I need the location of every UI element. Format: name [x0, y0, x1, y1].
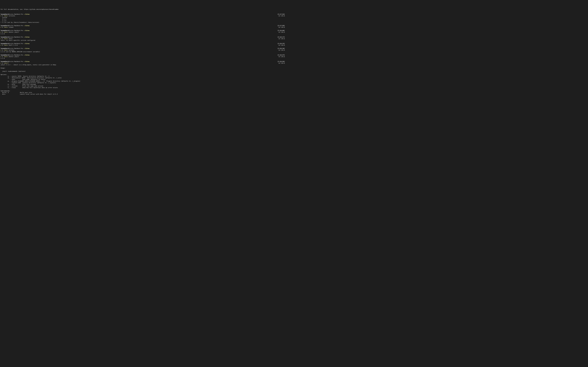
command-output: system 2.1.1 2.1.5 * 2.2.0 (set by /User…	[1, 17, 285, 23]
prompt-user: lozandier	[1, 30, 8, 31]
ruby-badge-icon	[279, 27, 280, 28]
prompt-timestamp: [3:18:17]	[277, 36, 285, 38]
prompt-timestamp: [3:18:59]	[277, 61, 285, 62]
prompt-host: Kevins-MacBook-Pro	[9, 48, 24, 49]
ruby-badge-icon	[279, 16, 280, 17]
prompt-arrow: >	[1, 56, 2, 58]
prompt-arrow: >	[1, 26, 2, 28]
prompt-left: lozandier@Kevins-MacBook-Pro ~/Sites	[1, 61, 277, 62]
command-left: > $ rbenv version	[1, 49, 279, 51]
ruby-badge-icon	[279, 32, 280, 33]
command-left: > $ rbenv rehash	[1, 26, 279, 28]
prompt-dollar: $	[2, 49, 4, 51]
command-name: jekyll	[4, 62, 9, 64]
prompt-path: ~/Sites	[24, 36, 30, 38]
blank-line	[1, 12, 285, 13]
command-left: > $ rbenv shell 2.2.0	[1, 44, 279, 46]
prompt-host: Kevins-MacBook-Pro	[9, 13, 24, 15]
command-left: > $ rbenv whence jekyll	[1, 56, 279, 58]
ruby-badge-icon	[279, 56, 280, 57]
ruby-version-text: 2.0.1	[280, 15, 285, 17]
command-args: version	[8, 49, 14, 51]
command-line[interactable]: > $ jekyll 2.0.1	[1, 62, 285, 64]
ruby-version-indicator: 2.0.1	[279, 62, 285, 64]
command-line[interactable]: > $ rbenv whence jekyll 2.0.1	[1, 31, 285, 33]
command-output: jekyll 2.5.3 -- Jekyll is a blog-aware, …	[1, 64, 285, 95]
command-output: 2.2.0 (set by RBENV_VERSION environment …	[1, 51, 285, 53]
blank-line	[1, 28, 285, 30]
prompt-path: ~/Sites	[24, 30, 30, 31]
prompt-dollar: $	[2, 38, 4, 40]
prompt-timestamp: [3:18:08]	[277, 30, 285, 31]
command-args: whence jekyll	[8, 31, 19, 33]
prompt-timestamp: [3:18:36]	[277, 48, 285, 49]
prompt-line: lozandier@Kevins-MacBook-Pro ~/Sites[3:1…	[1, 36, 285, 38]
prompt-line: lozandier@Kevins-MacBook-Pro ~/Sites[3:1…	[1, 25, 285, 26]
command-left: > $ jekyll	[1, 62, 279, 64]
prompt-user: lozandier	[1, 25, 8, 26]
prompt-user: lozandier	[1, 13, 8, 15]
prompt-user: lozandier	[1, 43, 8, 44]
prompt-left: lozandier@Kevins-MacBook-Pro ~/Sites	[1, 43, 277, 44]
prompt-line: lozandier@Kevins-MacBook-Pro ~/Sites[3:1…	[1, 54, 285, 56]
prompt-dollar: $	[2, 15, 4, 17]
prompt-timestamp: [3:18:25]	[277, 43, 285, 44]
prompt-line: lozandier@Kevins-MacBook-Pro ~/Sites[3:1…	[1, 61, 285, 62]
prompt-line: lozandier@Kevins-MacBook-Pro ~/Sites[3:1…	[1, 30, 285, 31]
command-line[interactable]: > $ rbenv rehash 2.0.1	[1, 26, 285, 28]
ruby-version-indicator: 2.0.1	[279, 38, 285, 40]
command-output: 2.2.0	[1, 58, 285, 59]
ruby-version-text: 2.0.1	[280, 62, 285, 64]
prompt-timestamp: [3:17:54]	[277, 13, 285, 15]
blank-line	[1, 59, 285, 61]
command-line[interactable]: > $ rbenv shell 2.2.0 2.0.1	[1, 44, 285, 46]
ruby-version-indicator: 2.0.1	[279, 56, 285, 58]
command-args: versions	[8, 15, 15, 17]
command-name: rbenv	[4, 56, 8, 58]
prompt-host: Kevins-MacBook-Pro	[9, 54, 24, 56]
prompt-dollar: $	[2, 56, 4, 58]
prompt-left: lozandier@Kevins-MacBook-Pro ~/Sites	[1, 13, 277, 15]
command-line[interactable]: > $ rbenv version 2.0.1	[1, 49, 285, 51]
command-name: rbenv	[4, 38, 8, 40]
prompt-line: lozandier@Kevins-MacBook-Pro ~/Sites[3:1…	[1, 43, 285, 44]
ruby-version-indicator: 2.0.1	[279, 49, 285, 51]
command-line[interactable]: > $ rbenv versions 2.0.1	[1, 15, 285, 17]
ruby-version-text: 2.0.1	[280, 38, 285, 40]
blank-line	[1, 53, 285, 54]
ruby-badge-icon	[279, 63, 280, 64]
blank-line	[1, 41, 285, 43]
prompt-arrow: >	[1, 44, 2, 46]
prompt-host: Kevins-MacBook-Pro	[9, 30, 24, 31]
command-line[interactable]: > $ rbenv whence jekyll 2.0.1	[1, 56, 285, 58]
prompt-left: lozandier@Kevins-MacBook-Pro ~/Sites	[1, 48, 277, 49]
ruby-version-text: 2.0.1	[280, 31, 285, 33]
ruby-version-indicator: 2.0.1	[279, 31, 285, 33]
prompt-host: Kevins-MacBook-Pro	[9, 61, 24, 62]
blank-line	[1, 46, 285, 48]
prompt-timestamp: [3:18:47]	[277, 54, 285, 56]
command-output: rbenv: no shell-specific version configu…	[1, 40, 285, 41]
command-output: 2.2.0	[1, 33, 285, 35]
command-name: rbenv	[4, 15, 8, 17]
ruby-version-text: 2.0.1	[280, 56, 285, 58]
prompt-user: lozandier	[1, 36, 8, 38]
command-name: rbenv	[4, 44, 8, 46]
prompt-path: ~/Sites	[24, 54, 30, 56]
command-args: shell	[8, 38, 13, 40]
prompt-dollar: $	[2, 62, 4, 64]
command-line[interactable]: > $ rbenv shell 2.0.1	[1, 38, 285, 40]
command-args: shell 2.2.0	[8, 44, 17, 46]
command-left: > $ rbenv shell	[1, 38, 279, 40]
prompt-dollar: $	[2, 26, 4, 28]
prompt-timestamp: [3:17:59]	[277, 25, 285, 26]
prompt-arrow: >	[1, 62, 2, 64]
prompt-user: lozandier	[1, 54, 8, 56]
prompt-path: ~/Sites	[24, 13, 30, 15]
prompt-left: lozandier@Kevins-MacBook-Pro ~/Sites	[1, 36, 277, 38]
ruby-badge-icon	[279, 38, 280, 39]
ruby-version-text: 2.0.1	[280, 26, 285, 28]
ruby-version-text: 2.0.1	[280, 44, 285, 46]
command-args: rehash	[8, 26, 13, 28]
prompt-dollar: $	[2, 31, 4, 33]
